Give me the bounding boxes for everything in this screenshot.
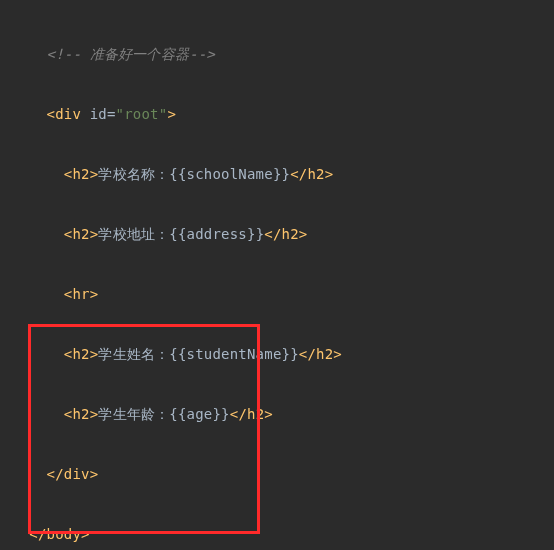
code-line: <h2>学校地址：{{address}}</h2> (12, 224, 554, 244)
code-line: <h2>学生年龄：{{age}}</h2> (12, 404, 554, 424)
code-line: </div> (12, 464, 554, 484)
code-line: <h2>学校名称：{{schoolName}}</h2> (12, 164, 554, 184)
code-line: <!-- 准备好一个容器--> (12, 44, 554, 64)
code-line: <hr> (12, 284, 554, 304)
code-line: <h2>学生姓名：{{studentName}}</h2> (12, 344, 554, 364)
code-line: </body> (12, 524, 554, 544)
code-line: <div id="root"> (12, 104, 554, 124)
html-comment: <!-- 准备好一个容器--> (47, 46, 215, 62)
code-editor[interactable]: <!-- 准备好一个容器--> <div id="root"> <h2>学校名称… (0, 0, 554, 550)
